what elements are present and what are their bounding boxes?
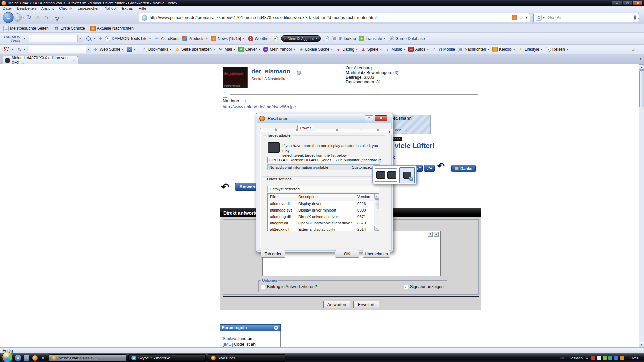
spiele-dropdown-icon[interactable]: ▼ — [380, 48, 382, 51]
stop-button[interactable]: ✕ — [36, 14, 40, 21]
reload-button[interactable]: ↻ — [27, 14, 31, 20]
mail-dropdown-icon[interactable]: ▼ — [233, 48, 236, 51]
firefox-quicklaunch-icon[interactable] — [32, 355, 38, 361]
dating[interactable]: ♥Dating▼ — [336, 47, 358, 52]
list-scroll-down-icon[interactable]: ▼ — [374, 226, 379, 231]
daemon-search-icon[interactable] — [86, 36, 91, 41]
rss-icon[interactable]: )) — [512, 15, 517, 20]
search-bar[interactable]: G ▼ Google — [533, 13, 639, 22]
window-switcher-icon[interactable]: ❏ — [24, 355, 29, 361]
editor-resize-icon[interactable]: ⇕ — [428, 232, 433, 237]
dating-dropdown-icon[interactable]: ▼ — [356, 48, 358, 51]
tray-white[interactable] — [597, 356, 601, 360]
url-dropdown-icon[interactable]: ▼ — [525, 17, 528, 19]
game-database[interactable]: ◉Game Database — [389, 36, 425, 41]
ip-lookup[interactable]: ▤IP-lookup — [332, 36, 356, 41]
advanced-reply-button[interactable]: Erweitert — [353, 301, 379, 308]
clock[interactable]: 16:50 — [630, 356, 639, 360]
seite-uebersetzen-dropdown-icon[interactable]: ▼ — [213, 48, 215, 51]
url-text[interactable]: http://www.pcmasters.de/forum/grafikkart… — [150, 15, 377, 20]
scroll-up-icon[interactable]: ▲ — [639, 64, 644, 70]
kelkoo[interactable]: ◒Kelkoo▼ — [492, 47, 515, 52]
reisen[interactable]: ◕Reisen▼ — [546, 47, 569, 52]
list-scroll-up-icon[interactable]: ▲ — [374, 194, 379, 199]
language-indicator[interactable]: DE — [560, 356, 565, 360]
driver-row[interactable]: atiumdva.dllDisplay driver0226 — [268, 201, 379, 207]
mein-yahoo[interactable]: Y!Mein Yahoo!▼ — [263, 47, 296, 52]
daemon-tools-lite[interactable]: ϟDAEMON Tools Lite▼ — [105, 36, 151, 41]
news[interactable]: ))News [15/15]▼ — [211, 36, 245, 41]
dialog-close-button[interactable]: ✕ — [375, 115, 387, 121]
addon-dropdown-icon[interactable]: ▼ — [61, 16, 63, 18]
search-placeholder[interactable]: Google — [548, 15, 561, 20]
collapse-icon[interactable]: « — [274, 326, 278, 330]
taskbar-task-skype[interactable]: SSkype™ - moritz-k. — [128, 354, 206, 362]
combobox-dropdown-icon[interactable]: ▼ — [379, 157, 381, 163]
danke-button[interactable]: Danke — [451, 165, 476, 172]
menu-chronik[interactable]: Chronik — [56, 6, 75, 10]
yahoo-logo-caret[interactable]: ▼ — [12, 48, 14, 51]
chronix-aggress-dropdown-icon[interactable]: ▼ — [316, 37, 318, 40]
customize-label[interactable]: Customize... — [352, 165, 373, 169]
user-avatar[interactable]: der_eismann PCMASTERS.DE — [223, 67, 248, 88]
tab-order-button[interactable]: Tab order — [261, 250, 285, 258]
daemon-logo-caret[interactable]: ▼ — [23, 37, 26, 40]
security-shield[interactable]: ✓▼ — [127, 47, 136, 52]
yahoo-search-box-dropdown-icon[interactable]: ▼ — [86, 46, 91, 53]
tray-orange[interactable] — [620, 356, 624, 360]
security-shield-dropdown-icon[interactable]: ▼ — [133, 48, 136, 51]
chronix-aggress[interactable]: ChroniX Aggress▼ — [281, 35, 321, 42]
quote-checkbox[interactable] — [261, 285, 265, 289]
radio-play[interactable]: ▶ — [273, 36, 278, 41]
lokale-suche[interactable]: ◈Lokale Suche▼ — [299, 47, 333, 52]
quicklaunch-overflow-icon[interactable]: » — [42, 356, 44, 360]
clever[interactable]: ✱Clever▼ — [238, 47, 261, 52]
daemon-search-caret[interactable]: ▼ — [94, 37, 96, 40]
daemon-search-box[interactable]: ▼ — [29, 35, 83, 42]
driver-row[interactable]: ati2edxx.dllExternal display utility2514 — [268, 227, 379, 231]
menu-datei[interactable]: Datei — [0, 6, 14, 10]
autos[interactable]: ▬Autos▼ — [408, 47, 429, 52]
menu-lesezeichen[interactable]: Lesezeichen — [75, 6, 102, 10]
post-image-link[interactable]: http://www.abload.de/img/rivav86b.jpg — [223, 104, 296, 109]
lifestyle[interactable]: ★Lifestyle▼ — [518, 47, 543, 52]
driver-list-scrollbar[interactable]: ▲ ≡ ▼ — [374, 194, 379, 231]
bookmarks[interactable]: ▯Bookmarks▼ — [142, 47, 172, 52]
tray-overflow-icon[interactable]: » — [586, 356, 588, 360]
driver-file-list[interactable]: FileDescriptionVersion atiumdva.dllDispl… — [267, 193, 379, 231]
translate[interactable]: ✦Translate▼ — [359, 36, 386, 41]
monitor-info-button[interactable]: i — [399, 167, 415, 183]
back-button[interactable]: ← — [3, 12, 14, 23]
news-dropdown-icon[interactable]: ▼ — [243, 37, 245, 40]
autos-dropdown-icon[interactable]: ▼ — [427, 48, 429, 51]
home-button[interactable]: ⌂ — [44, 14, 48, 21]
menu-extras[interactable]: Extras — [119, 6, 136, 10]
y-mobile[interactable]: ▯Y! Mobile — [432, 47, 455, 52]
daemon-search-box-dropdown-icon[interactable]: ▼ — [77, 35, 83, 42]
multiquote-button[interactable]: „"+ — [424, 165, 435, 172]
menu-hilfe[interactable]: Hilfe — [136, 6, 149, 10]
daemon-tools-lite-dropdown-icon[interactable]: ▼ — [149, 37, 151, 40]
driver-row[interactable]: atiumdag.dllDirectX universal driver0671 — [268, 214, 379, 220]
menu-ansicht[interactable]: Ansicht — [38, 6, 56, 10]
tab-thread[interactable]: Meine Hd4870 XXX edition von XFX ... ✕ — [3, 56, 78, 64]
driver-column-file[interactable]: File — [268, 194, 296, 201]
yahoo-move-handle[interactable]: ✚ — [94, 47, 97, 52]
musik-dropdown-icon[interactable]: ▼ — [404, 48, 406, 51]
taskbar-task-firefox[interactable]: Meine Hd4870 XXX ... — [49, 354, 126, 362]
translate-dropdown-icon[interactable]: ▼ — [383, 37, 386, 40]
taskbar-task-rivatuner[interactable]: ✳RivaTuner — [208, 354, 285, 362]
yahoo-overflow[interactable]: » — [632, 47, 635, 52]
bookmark-star-icon[interactable]: ☆ — [519, 15, 524, 20]
web-suche-dropdown-icon[interactable]: ▼ — [122, 48, 124, 51]
monitor-teal-button[interactable] — [376, 171, 385, 179]
addon-colors-icon[interactable] — [54, 15, 58, 20]
nachrichten-dropdown-icon[interactable]: ▼ — [487, 48, 490, 51]
musik[interactable]: ♪Musik▼ — [385, 47, 406, 52]
tray-teal[interactable] — [608, 356, 612, 360]
tray-red[interactable] — [591, 356, 595, 360]
meistbesuchte-seiten[interactable]: ▤Meistbesuchte Seiten — [3, 26, 49, 31]
adapter-combobox[interactable]: GPU0 \ ATI Radeon HD 4800 Series \ PnP-M… — [267, 157, 380, 163]
username-link[interactable]: der_eismann — [251, 68, 290, 75]
radio-volume[interactable]: ◖ — [324, 36, 329, 41]
